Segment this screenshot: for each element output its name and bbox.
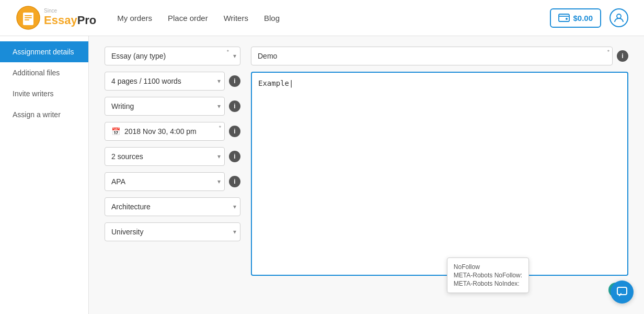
svg-point-7 <box>617 14 621 18</box>
textarea-wrapper: Example| G <box>251 72 628 302</box>
sources-select[interactable]: 0 sources 1 source 2 sources 3 sources <box>105 147 225 166</box>
sidebar-item-invite-writers[interactable]: Invite writers <box>0 83 88 104</box>
notes-textarea[interactable]: Example| <box>251 72 628 276</box>
subject-wrapper: Architecture Biology Chemistry Economics… <box>105 197 240 216</box>
level-row: High School College University Master's … <box>105 222 240 241</box>
sources-wrapper: 0 sources 1 source 2 sources 3 sources ▾ <box>105 147 225 166</box>
nav-blog[interactable]: Blog <box>264 14 280 23</box>
tooltip-line3: META-Robots NoIndex: <box>454 280 522 287</box>
sources-row: 0 sources 1 source 2 sources 3 sources ▾… <box>105 147 240 166</box>
date-required: * <box>219 125 221 131</box>
svg-rect-4 <box>25 19 29 20</box>
pages-wrapper: 1 page / 275 words 2 pages / 550 words 4… <box>105 72 225 91</box>
svg-point-6 <box>566 18 568 20</box>
level-select[interactable]: High School College University Master's … <box>105 222 240 241</box>
header: Since EssayPro My orders Place order Wri… <box>0 0 644 36</box>
citation-wrapper: APA MLA Chicago Harvard ▾ <box>105 172 225 191</box>
title-input[interactable] <box>251 47 613 65</box>
calendar-icon: 📅 <box>111 127 120 136</box>
title-info-button[interactable]: i <box>617 50 628 62</box>
date-field[interactable]: 📅 2018 Nov 30, 4:00 pm * <box>105 122 225 141</box>
title-required: * <box>607 49 610 55</box>
nav-place-order[interactable]: Place order <box>168 14 208 23</box>
form-left: * Essay (any type) Research paper Course… <box>105 47 240 277</box>
nav-my-orders[interactable]: My orders <box>117 14 152 23</box>
date-row: 📅 2018 Nov 30, 4:00 pm * i <box>105 122 240 141</box>
logo-icon <box>16 5 41 30</box>
wallet-icon <box>558 13 570 24</box>
pages-select[interactable]: 1 page / 275 words 2 pages / 550 words 4… <box>105 72 225 91</box>
pages-row: 1 page / 275 words 2 pages / 550 words 4… <box>105 72 240 91</box>
sidebar-item-assign-writer[interactable]: Assign a writer <box>0 104 88 125</box>
main-layout: Assignment details Additional files Invi… <box>0 36 644 314</box>
writing-type-select[interactable]: Writing Rewriting Editing Proofreading <box>105 97 225 116</box>
citation-row: APA MLA Chicago Harvard ▾ i <box>105 172 240 191</box>
logo[interactable]: Since EssayPro <box>16 5 96 30</box>
header-right: $0.00 <box>550 8 628 28</box>
chat-bubble-button[interactable] <box>611 281 634 304</box>
level-wrapper: High School College University Master's … <box>105 222 240 241</box>
date-info-button[interactable]: i <box>229 126 240 137</box>
svg-rect-8 <box>617 287 627 295</box>
main-nav: My orders Place order Writers Blog <box>117 14 550 23</box>
title-field-wrapper: * <box>251 47 613 65</box>
sidebar-item-assignment-details[interactable]: Assignment details <box>0 41 88 62</box>
nav-writers[interactable]: Writers <box>224 14 248 23</box>
wallet-button[interactable]: $0.00 <box>550 8 601 28</box>
essay-type-select[interactable]: Essay (any type) Research paper Coursewo… <box>105 47 240 65</box>
form-grid: * Essay (any type) Research paper Course… <box>105 47 628 277</box>
svg-rect-3 <box>25 17 32 18</box>
pages-info-button[interactable]: i <box>229 75 240 87</box>
writing-type-row: Writing Rewriting Editing Proofreading ▾… <box>105 97 240 116</box>
subject-select[interactable]: Architecture Biology Chemistry Economics <box>105 197 240 216</box>
sidebar: Assignment details Additional files Invi… <box>0 36 89 314</box>
date-value: 2018 Nov 30, 4:00 pm <box>124 127 218 136</box>
sidebar-item-additional-files[interactable]: Additional files <box>0 62 88 83</box>
user-icon-button[interactable] <box>610 8 628 27</box>
form-right: * i Example| G <box>251 47 628 277</box>
tooltip-overlay: NoFollow META-Robots NoFollow: META-Robo… <box>447 257 529 293</box>
essay-type-wrapper: * Essay (any type) Research paper Course… <box>105 47 240 65</box>
title-row: * i <box>251 47 628 65</box>
citation-info-button[interactable]: i <box>229 176 240 187</box>
user-icon <box>614 13 624 23</box>
logo-sub: Since <box>44 8 96 14</box>
chat-icon <box>616 286 628 298</box>
svg-rect-2 <box>25 15 32 16</box>
tooltip-line1: NoFollow <box>454 263 522 271</box>
wallet-amount: $0.00 <box>573 14 593 23</box>
citation-select[interactable]: APA MLA Chicago Harvard <box>105 172 225 191</box>
writing-type-wrapper: Writing Rewriting Editing Proofreading ▾ <box>105 97 225 116</box>
tooltip-line2: META-Robots NoFollow: <box>454 272 522 279</box>
svg-rect-5 <box>559 14 569 21</box>
essay-type-row: * Essay (any type) Research paper Course… <box>105 47 240 65</box>
logo-text: EssayPro <box>44 14 96 27</box>
content-area: * Essay (any type) Research paper Course… <box>89 36 644 314</box>
subject-row: Architecture Biology Chemistry Economics… <box>105 197 240 216</box>
svg-rect-1 <box>23 13 33 25</box>
sources-info-button[interactable]: i <box>229 151 240 162</box>
writing-type-info-button[interactable]: i <box>229 100 240 112</box>
